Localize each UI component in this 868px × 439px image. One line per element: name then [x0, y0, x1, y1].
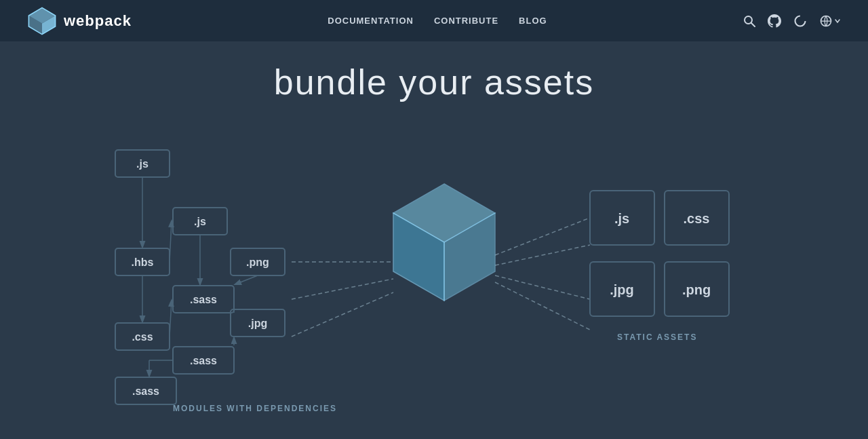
module-jpg-label: .jpg: [248, 318, 267, 329]
nav-link-contribute[interactable]: CONTRIBUTE: [434, 16, 498, 26]
module-png-label: .png: [246, 256, 269, 268]
out-css-label: .css: [684, 211, 710, 226]
dashed-line-3: [292, 292, 393, 337]
dashed-out-2: [495, 245, 590, 265]
out-js-label: .js: [614, 211, 629, 226]
svg-point-6: [795, 16, 806, 26]
connector-png-sass: [235, 275, 258, 284]
search-icon[interactable]: [743, 15, 755, 27]
logo[interactable]: webpack: [27, 6, 132, 36]
module-sass2-label: .sass: [190, 355, 217, 366]
diagram-svg: .js .js .hbs .png .sass .css .jpg .sass: [61, 130, 807, 415]
module-sass1-label: .sass: [190, 294, 217, 305]
connector-css-sass1: [170, 301, 172, 337]
svg-line-5: [751, 23, 755, 26]
nav-links: DOCUMENTATION CONTRIBUTE BLOG: [328, 16, 547, 26]
module-sass3-label: .sass: [132, 385, 159, 397]
logo-text: webpack: [64, 12, 132, 30]
dashed-out-3: [495, 275, 590, 299]
main-content: bundle your assets .js .js .hbs .png .sa…: [0, 41, 868, 439]
webpack-logo-icon: [27, 6, 57, 36]
module-js2-label: .js: [194, 216, 206, 227]
module-css-label: .css: [132, 331, 153, 343]
navbar: webpack DOCUMENTATION CONTRIBUTE BLOG: [0, 0, 868, 41]
opencollective-icon[interactable]: [793, 14, 807, 28]
dashed-line-2: [292, 279, 393, 299]
language-icon[interactable]: [819, 14, 841, 28]
module-js1-label: .js: [136, 158, 149, 170]
dashed-out-4: [495, 282, 590, 330]
hero-title: bundle your assets: [274, 62, 595, 102]
connector-hbs-js2: [170, 221, 172, 262]
github-icon[interactable]: [768, 14, 781, 28]
module-hbs-label: .hbs: [132, 256, 154, 268]
bundle-diagram: .js .js .hbs .png .sass .css .jpg .sass: [0, 130, 868, 415]
out-jpg-label: .jpg: [610, 282, 634, 297]
assets-label: STATIC ASSETS: [617, 332, 697, 342]
nav-link-documentation[interactable]: DOCUMENTATION: [328, 16, 414, 26]
nav-icons: [743, 14, 841, 28]
dashed-out-1: [495, 218, 590, 255]
modules-label: MODULES WITH DEPENDENCIES: [173, 404, 337, 413]
nav-link-blog[interactable]: BLOG: [519, 16, 547, 26]
out-png-label: .png: [682, 282, 711, 297]
webpack-cube: [393, 184, 495, 301]
